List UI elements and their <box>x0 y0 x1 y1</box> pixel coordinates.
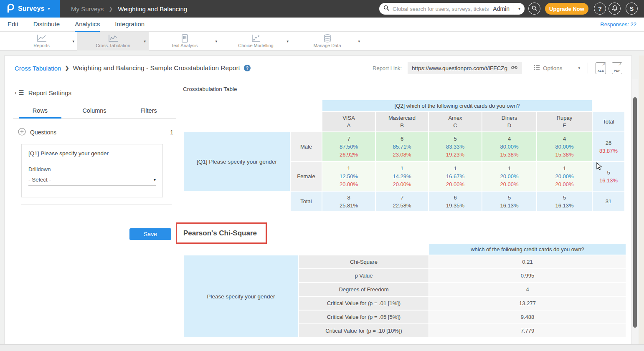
settings-tabs: Rows Columns Filters <box>13 104 176 119</box>
report-title: Weighting and Balancing - Sample Crossta… <box>73 64 240 72</box>
tab-label: Text Analysis <box>171 43 198 48</box>
chevron-right-icon: ❯ <box>65 65 69 71</box>
xls-label: XLS <box>598 69 604 73</box>
link-icon[interactable] <box>511 64 518 72</box>
tab-cross-tabulation[interactable]: Cross-Tabulation ▾ <box>77 32 149 51</box>
tab-text-analysis[interactable]: Text Analysis ▾ <box>149 32 220 51</box>
chevron-down-icon[interactable]: ▾ <box>72 39 74 43</box>
chi-value: 7.779 <box>429 324 626 337</box>
report-settings-header: ‹ ☰ Report Settings <box>13 89 176 96</box>
search-button[interactable] <box>528 3 540 15</box>
options-label: Options <box>543 65 563 71</box>
options-button[interactable]: Options <box>534 65 563 71</box>
nav-distribute[interactable]: Distribute <box>33 18 60 32</box>
chevron-down-icon[interactable]: ▾ <box>215 39 217 43</box>
surveys-menu[interactable]: Surveys ▾ <box>0 0 60 18</box>
empty-cell <box>184 244 298 255</box>
survey-nav: Edit Distribute Analytics Integration Re… <box>0 18 644 32</box>
questionpro-logo <box>5 3 15 15</box>
export-xls-button[interactable]: XLS ↗ <box>596 62 606 74</box>
report-url-box[interactable]: https://www.questionpro.com/t/lFFCZg <box>408 62 522 74</box>
crosstab-section-title: Crosstabulation Table <box>183 86 237 92</box>
global-search[interactable]: Admin <box>379 3 514 15</box>
report-settings-panel: ‹ ☰ Report Settings Rows Columns Filters… <box>13 80 176 205</box>
crosstab-table: [Q2] which of the following credit cards… <box>183 99 625 212</box>
export-arrow-icon: ↗ <box>618 63 621 66</box>
column-header-mastercard: MastercardB <box>376 112 428 131</box>
notifications-button[interactable] <box>609 3 621 15</box>
cell-total-visa: 825.81% <box>322 192 375 211</box>
report-breadcrumb: Cross Tabulation ❯ Weighting and Balanci… <box>15 56 251 80</box>
row-question-cell: [Q1] Please specify your gender <box>184 132 290 191</box>
chi-row-question: Please specify your gender <box>184 255 298 337</box>
cell-male-total: 2683.87% <box>593 132 624 161</box>
search-icon <box>532 5 537 12</box>
nav-analytics[interactable]: Analytics <box>75 18 100 32</box>
add-question-icon[interactable] <box>18 128 26 137</box>
column-header-visa: VISAA <box>322 112 375 131</box>
chevron-down-icon: ▾ <box>154 177 156 182</box>
column-header-diners: DinersD <box>482 112 536 131</box>
tab-reports[interactable]: Reports ▾ <box>6 32 77 51</box>
panel-divider <box>176 80 176 344</box>
empty-cell <box>299 244 428 255</box>
breadcrumb-my-surveys[interactable]: My Surveys <box>71 5 104 13</box>
question-item[interactable]: [Q1] Please specify your gender Drilldow… <box>21 144 163 197</box>
chevron-down-icon: ▾ <box>518 7 520 11</box>
cell-grand-total: 31 <box>593 192 624 211</box>
cell-female-amex: 116.67%20.00% <box>429 162 482 191</box>
cell-male-rupay: 480.00%15.38% <box>537 132 592 161</box>
chi-label: Degrees of Freedom <box>299 283 428 296</box>
upgrade-now-button[interactable]: Upgrade Now <box>545 3 588 15</box>
tab-choice-modelling[interactable]: Choice Modelling ▾ <box>220 32 292 51</box>
chevron-down-icon[interactable]: ▾ <box>358 39 360 43</box>
chi-value: 0.995 <box>429 269 626 282</box>
chevron-down-icon[interactable]: ▾ <box>578 66 580 70</box>
tab-manage-data[interactable]: Manage Data ▾ <box>292 32 363 51</box>
chevron-down-icon: ▾ <box>48 7 50 11</box>
chi-square-table: which of the following credit cards do y… <box>183 243 626 338</box>
cell-female-visa: 112.50%20.00% <box>322 162 375 191</box>
chevron-down-icon[interactable]: ▾ <box>287 39 289 43</box>
save-button[interactable]: Save <box>129 228 171 240</box>
nav-integration[interactable]: Integration <box>115 18 145 32</box>
chevron-down-icon[interactable]: ▾ <box>144 39 146 43</box>
report-actions: Report Link: https://www.questionpro.com… <box>373 56 622 80</box>
tab-rows[interactable]: Rows <box>13 104 67 118</box>
vertical-scrollbar[interactable] <box>632 79 638 344</box>
chi-column-question: which of the following credit cards do y… <box>429 244 626 255</box>
report-help-icon[interactable]: ? <box>244 65 251 71</box>
chi-value: 13.277 <box>429 297 626 310</box>
search-input[interactable] <box>393 6 489 12</box>
tab-filters[interactable]: Filters <box>122 104 176 118</box>
scrollbar-thumb[interactable] <box>633 97 637 328</box>
cell-total-amex: 619.35% <box>429 192 482 211</box>
list-icon <box>534 65 540 71</box>
analytics-toolbar: Reports ▾ Cross-Tabulation ▾ Text Analys… <box>0 32 644 51</box>
nav-edit[interactable]: Edit <box>8 18 18 32</box>
report-url[interactable]: https://www.questionpro.com/t/lFFCZg <box>412 65 507 71</box>
cell-male-visa: 787.50%26.92% <box>322 132 375 161</box>
avatar[interactable]: S <box>626 3 638 15</box>
divider <box>588 63 588 73</box>
search-scope-caret[interactable]: ▾ <box>514 3 525 15</box>
row-label-male: Male <box>291 132 322 161</box>
chi-value: 0.21 <box>429 255 626 268</box>
collapse-panel-icon[interactable]: ‹ ☰ <box>15 89 24 96</box>
export-pdf-button[interactable]: PDF ↗ <box>612 62 622 74</box>
tab-label: Choice Modelling <box>238 43 273 48</box>
cell-total-rupay: 516.13% <box>537 192 592 211</box>
topbar-breadcrumb: My Surveys ❯ Weighting and Balancing <box>71 0 187 18</box>
help-button[interactable]: ? <box>594 3 606 15</box>
report-card: Cross Tabulation ❯ Weighting and Balanci… <box>4 56 632 344</box>
drilldown-select[interactable]: - Select - ▾ <box>28 177 156 186</box>
chi-label: Critical Value for (p = .05 [5%]) <box>299 311 428 323</box>
chi-label: p Value <box>299 269 428 282</box>
cell-female-mastercard: 114.29%20.00% <box>376 162 428 191</box>
pdf-label: PDF <box>614 69 621 73</box>
tab-columns[interactable]: Columns <box>67 104 122 118</box>
row-label-total: Total <box>291 192 322 211</box>
search-scope-selector[interactable]: Admin <box>493 5 510 12</box>
cross-tabulation-link[interactable]: Cross Tabulation <box>15 65 61 72</box>
row-label-female: Female <box>291 162 322 191</box>
